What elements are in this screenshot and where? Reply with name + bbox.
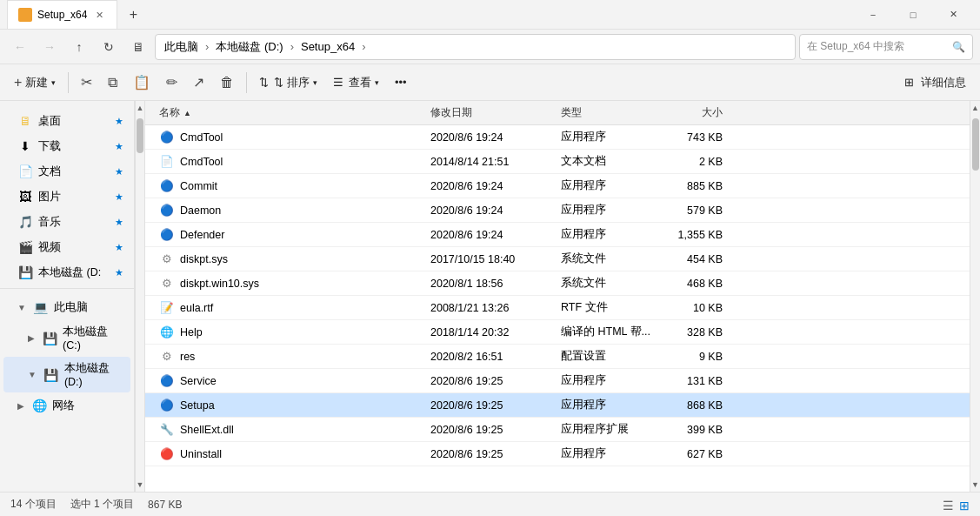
- file-name: Service: [180, 375, 217, 387]
- col-header-type[interactable]: 类型: [554, 105, 667, 120]
- file-type: RTF 文件: [561, 301, 608, 313]
- sidebar-item-local-d[interactable]: ▼ 💾 本地磁盘 (D:): [3, 357, 130, 392]
- copy-button[interactable]: ⧉: [101, 71, 124, 94]
- file-type: 文本文档: [561, 155, 606, 167]
- details-view-button[interactable]: ⊞: [959, 499, 970, 513]
- sidebar-item-this-pc[interactable]: ▼ 💻 此电脑: [3, 295, 130, 319]
- minimize-button[interactable]: −: [853, 0, 893, 30]
- table-row[interactable]: 🔴 Uninstall 2020/8/6 19:25 应用程序 627 KB: [145, 442, 970, 466]
- downloads-icon: ⬇: [17, 138, 33, 154]
- table-row[interactable]: ⚙ diskpt.win10.sys 2020/8/1 18:56 系统文件 4…: [145, 271, 970, 296]
- sidebar-scrollbar[interactable]: ▲ ▼: [135, 101, 145, 492]
- details-icon: ⊞: [904, 76, 914, 89]
- file-modified-cell: 2014/8/14 21:51: [423, 156, 554, 168]
- address-icon-button[interactable]: 🖥: [125, 34, 151, 60]
- file-size-cell: 868 KB: [667, 399, 737, 412]
- sidebar-item-pictures[interactable]: 🖼 图片 ★: [3, 184, 130, 209]
- file-area: 名称 ▲ 修改日期 类型 大小 🔵: [145, 101, 970, 492]
- delete-button[interactable]: 🗑: [213, 71, 241, 94]
- tab-setup-x64[interactable]: Setup_x64 ✕: [7, 0, 117, 29]
- sidebar-scroll-down[interactable]: ▼: [136, 478, 144, 492]
- videos-icon: 🎬: [17, 239, 33, 255]
- details-button[interactable]: ⊞ 详细信息: [897, 71, 973, 94]
- file-size-cell: 131 KB: [667, 375, 737, 387]
- cut-icon: ✂: [81, 74, 92, 90]
- table-row[interactable]: 🔵 Commit 2020/8/6 19:24 应用程序 885 KB: [145, 174, 970, 198]
- table-row[interactable]: 📄 CmdTool 2014/8/14 21:51 文本文档 2 KB: [145, 150, 970, 174]
- more-button[interactable]: •••: [388, 72, 414, 92]
- file-modified-cell: 2018/1/14 20:32: [423, 326, 554, 338]
- table-row[interactable]: ⚙ res 2020/8/2 16:51 配置设置 9 KB: [145, 345, 970, 369]
- local-d-pin-icon: 💾: [17, 265, 33, 280]
- address-bar[interactable]: 此电脑 › 本地磁盘 (D:) › Setup_x64 ›: [155, 34, 796, 60]
- table-row[interactable]: 🔵 Service 2020/8/6 19:25 应用程序 131 KB: [145, 369, 970, 393]
- sort-button[interactable]: ⇅ ⇅ 排序 ▾: [252, 71, 324, 94]
- sidebar-item-label: 本地磁盘 (D:: [38, 265, 101, 280]
- file-type-cell: 系统文件: [554, 276, 667, 291]
- file-modified: 2020/8/1 18:56: [430, 278, 503, 290]
- up-button[interactable]: ↑: [66, 34, 92, 60]
- rename-button[interactable]: ✏: [159, 70, 184, 94]
- breadcrumb-local-d[interactable]: 本地磁盘 (D:): [216, 39, 283, 55]
- file-modified-cell: 2020/8/6 19:24: [423, 204, 554, 217]
- file-scrollbar[interactable]: ▲ ▼: [970, 101, 980, 492]
- file-type-cell: 应用程序: [554, 227, 667, 242]
- maximize-button[interactable]: □: [893, 0, 933, 30]
- cut-button[interactable]: ✂: [74, 70, 99, 94]
- col-header-name[interactable]: 名称 ▲: [145, 105, 423, 120]
- col-header-modified[interactable]: 修改日期: [423, 105, 554, 120]
- new-button[interactable]: + 新建 ▾: [7, 71, 63, 94]
- file-size: 579 KB: [687, 204, 723, 217]
- back-button[interactable]: ←: [7, 34, 33, 60]
- sidebar-item-documents[interactable]: 📄 文档 ★: [3, 159, 130, 184]
- file-modified-cell: 2020/8/6 19:25: [423, 424, 554, 436]
- new-tab-button[interactable]: +: [121, 3, 145, 27]
- breadcrumb-this-pc[interactable]: 此电脑: [164, 39, 198, 55]
- refresh-button[interactable]: ↻: [96, 34, 122, 60]
- sidebar-item-desktop[interactable]: 🖥 桌面 ★: [3, 109, 130, 133]
- table-row[interactable]: 🔵 Defender 2020/8/6 19:24 应用程序 1,355 KB: [145, 223, 970, 247]
- file-name-cell: 🌐 Help: [145, 325, 423, 340]
- scroll-down-arrow[interactable]: ▼: [970, 478, 980, 492]
- file-name-cell: 📝 eula.rtf: [145, 300, 423, 316]
- table-row[interactable]: 📝 eula.rtf 2008/1/21 13:26 RTF 文件 10 KB: [145, 296, 970, 320]
- sidebar-item-local-d-pin[interactable]: 💾 本地磁盘 (D: ★: [3, 260, 130, 285]
- sort-asc-icon: ▲: [183, 109, 191, 117]
- pictures-icon: 🖼: [17, 189, 33, 204]
- file-size: 868 KB: [687, 399, 723, 412]
- table-row[interactable]: 🔧 ShellExt.dll 2020/8/6 19:25 应用程序扩展 399…: [145, 418, 970, 442]
- table-row[interactable]: 🌐 Help 2018/1/14 20:32 编译的 HTML 帮... 328…: [145, 320, 970, 345]
- file-name: diskpt.win10.sys: [180, 278, 259, 290]
- scroll-up-arrow[interactable]: ▲: [970, 101, 980, 115]
- breadcrumb-setup[interactable]: Setup_x64: [301, 40, 355, 53]
- table-row[interactable]: 🔵 Setupa 2020/8/6 19:25 应用程序 868 KB: [145, 393, 970, 418]
- pictures-pin-icon: ★: [115, 191, 123, 203]
- file-modified-cell: 2020/8/6 19:24: [423, 229, 554, 241]
- paste-button[interactable]: 📋: [126, 70, 157, 94]
- close-button[interactable]: ✕: [933, 0, 973, 30]
- sidebar-item-videos[interactable]: 🎬 视频 ★: [3, 235, 130, 259]
- sidebar-scroll-up[interactable]: ▲: [136, 101, 144, 115]
- sidebar-item-network[interactable]: ▶ 🌐 网络: [3, 393, 130, 418]
- file-modified-cell: 2020/8/6 19:25: [423, 448, 554, 460]
- list-view-button[interactable]: ☰: [943, 499, 954, 513]
- tab-close-button[interactable]: ✕: [92, 8, 106, 22]
- file-modified: 2020/8/6 19:24: [430, 131, 503, 144]
- table-row[interactable]: 🔵 CmdTool 2020/8/6 19:24 应用程序 743 KB: [145, 125, 970, 150]
- forward-button[interactable]: →: [37, 34, 63, 60]
- col-header-size[interactable]: 大小: [667, 105, 737, 120]
- table-row[interactable]: ⚙ diskpt.sys 2017/10/15 18:40 系统文件 454 K…: [145, 247, 970, 271]
- file-icon: 🔵: [159, 130, 175, 145]
- view-button[interactable]: ☰ 查看 ▾: [326, 71, 386, 94]
- sidebar-item-music[interactable]: 🎵 音乐 ★: [3, 210, 130, 234]
- share-button[interactable]: ↗: [186, 70, 211, 94]
- search-bar[interactable]: 在 Setup_x64 中搜索 🔍: [799, 34, 973, 60]
- sidebar-item-downloads[interactable]: ⬇ 下载 ★: [3, 134, 130, 158]
- sidebar-item-local-c[interactable]: ▶ 💾 本地磁盘 (C:): [3, 320, 130, 356]
- file-modified: 2020/8/6 19:24: [430, 204, 503, 217]
- sort-dropdown-icon: ▾: [313, 78, 317, 87]
- file-name: Setupa: [180, 399, 215, 412]
- status-total: 14 个项目: [10, 497, 57, 512]
- table-row[interactable]: 🔵 Daemon 2020/8/6 19:24 应用程序 579 KB: [145, 198, 970, 223]
- delete-icon: 🗑: [220, 75, 234, 90]
